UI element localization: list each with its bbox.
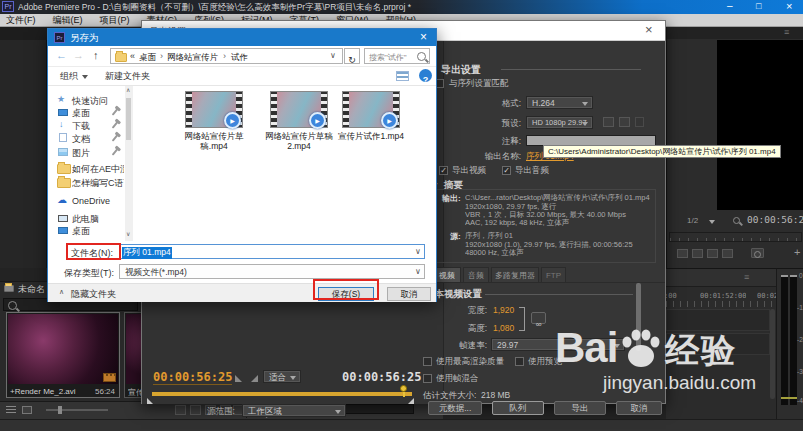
- minimize-icon[interactable]: –: [727, 0, 733, 11]
- playhead-icon[interactable]: [400, 385, 407, 392]
- sidebar-item-onedrive[interactable]: OneDrive: [72, 196, 110, 206]
- zoom-slider[interactable]: [46, 409, 108, 411]
- filename-selected-text: 序列 01.mp4: [122, 247, 172, 259]
- import-preset-icon[interactable]: [619, 117, 630, 127]
- forward-icon[interactable]: →: [73, 49, 84, 61]
- breadcrumb-current[interactable]: 试作: [231, 52, 248, 64]
- filename-input[interactable]: 序列 01.mp4 ∨: [119, 244, 425, 259]
- breadcrumb-folder[interactable]: 网络站宣传片: [167, 52, 218, 64]
- sidebar-item-documents[interactable]: 文档: [72, 133, 90, 146]
- file-name[interactable]: 网络站宣传片草稿2.mp4: [264, 131, 334, 151]
- back-icon[interactable]: ←: [56, 49, 67, 61]
- sidebar-item-desktop-2[interactable]: 桌面: [72, 225, 90, 238]
- range-start-icon[interactable]: [147, 398, 153, 404]
- search-box[interactable]: 搜索"试作": [364, 48, 430, 64]
- save-preset-icon[interactable]: [603, 117, 614, 127]
- file-thumbnail[interactable]: ▶: [185, 91, 243, 128]
- close-window-icon[interactable]: ×: [786, 0, 792, 12]
- sidebar-item-c-folder[interactable]: 怎样编写C语言程: [72, 177, 124, 190]
- export-video-checkbox[interactable]: ✓: [439, 166, 448, 175]
- sidebar-item-ae-folder[interactable]: 如何在AE中渲染: [72, 163, 124, 176]
- dialog-close-icon[interactable]: ×: [420, 30, 427, 44]
- export-audio-checkbox[interactable]: ✓: [502, 166, 511, 175]
- view-options-icon[interactable]: [396, 71, 409, 81]
- scroll-up-icon[interactable]: ∧: [126, 86, 130, 93]
- file-thumbnail[interactable]: ▶: [342, 91, 400, 128]
- link-dimensions-button[interactable]: ∞: [531, 312, 546, 324]
- menu-file[interactable]: 文件(F): [6, 14, 36, 27]
- cancel-button[interactable]: 取消: [387, 287, 431, 301]
- in-point-icon[interactable]: [235, 375, 242, 382]
- maximize-icon[interactable]: □: [756, 1, 761, 11]
- monitor-transport-icon[interactable]: [692, 249, 703, 258]
- new-folder-button[interactable]: 新建文件夹: [105, 70, 150, 83]
- frame-blend-checkbox[interactable]: [423, 374, 432, 383]
- file-name[interactable]: 宣传片试作1.mp4: [336, 131, 406, 141]
- menu-edit[interactable]: 编辑(E): [53, 14, 83, 27]
- clip-thumbnail[interactable]: +Render Me_2.avi 56:24: [6, 312, 120, 398]
- combo-arrow-icon: [582, 102, 588, 106]
- sidebar-item-pictures[interactable]: 图片: [72, 147, 90, 160]
- up-icon[interactable]: ↑: [93, 49, 99, 61]
- frame-blend-label: 使用帧混合: [436, 373, 479, 385]
- height-value[interactable]: 1,080: [493, 323, 514, 333]
- hide-folders-button[interactable]: 隐藏文件夹: [71, 288, 116, 301]
- sidebar-scrollbar[interactable]: ∧ ∨: [125, 86, 133, 241]
- timeline-menu-icon[interactable]: ≡: [744, 272, 749, 282]
- summary-source-label: 源:: [450, 231, 461, 242]
- monitor-transport-icon[interactable]: [707, 249, 718, 258]
- queue-button[interactable]: 队列: [492, 401, 544, 415]
- menu-project[interactable]: 项目(P): [100, 14, 130, 27]
- breadcrumb-desktop[interactable]: 桌面: [139, 52, 156, 64]
- find-icon[interactable]: [190, 405, 201, 415]
- help-icon[interactable]: ?: [419, 69, 432, 82]
- work-area-bar[interactable]: [152, 392, 412, 396]
- refresh-button[interactable]: ↻: [344, 48, 360, 64]
- automate-icon[interactable]: [175, 405, 186, 415]
- monitor-transport-icon[interactable]: [722, 249, 733, 258]
- preset-select[interactable]: HD 1080p 29.97: [526, 116, 593, 129]
- scroll-down-icon[interactable]: ∨: [126, 230, 130, 237]
- scrollbar-thumb[interactable]: [126, 98, 131, 140]
- width-value[interactable]: 1,920: [493, 305, 514, 315]
- timeline-ruler[interactable]: [666, 301, 776, 307]
- collapse-icon[interactable]: ∧: [59, 288, 64, 296]
- metadata-button[interactable]: 元数据...: [428, 401, 482, 415]
- file-thumbnail[interactable]: ▶: [270, 91, 328, 128]
- breadcrumb-dropdown-icon[interactable]: ∨: [330, 51, 336, 60]
- add-icon[interactable]: +: [794, 246, 800, 258]
- preview-current-timecode[interactable]: 00:00:56:25: [153, 370, 232, 385]
- icon-view-icon[interactable]: [22, 406, 32, 414]
- savetype-dropdown-icon[interactable]: ∨: [415, 267, 421, 276]
- organize-button[interactable]: 组织: [60, 70, 78, 83]
- delete-preset-icon[interactable]: [635, 117, 644, 127]
- list-view-icon[interactable]: [6, 406, 16, 414]
- monitor-transport-icon[interactable]: [677, 249, 688, 258]
- file-name[interactable]: 网络站宣传片草稿.mp4: [179, 131, 249, 151]
- tab-audio[interactable]: 音频: [463, 267, 489, 282]
- sidebar-item-downloads[interactable]: 下载: [72, 120, 90, 133]
- filename-dropdown-icon[interactable]: ∨: [415, 247, 421, 256]
- tab-video[interactable]: 视频: [433, 267, 461, 282]
- tab-multiplexer[interactable]: 多路复用器: [491, 267, 539, 282]
- savetype-select[interactable]: 视频文件(*.mp4) ∨: [119, 264, 425, 279]
- sidebar-item-desktop[interactable]: 桌面: [72, 107, 90, 120]
- monitor-zoom-icon[interactable]: [733, 217, 740, 224]
- monitor-zoom-select[interactable]: 1/2: [687, 216, 698, 225]
- use-preview-checkbox[interactable]: [515, 357, 524, 366]
- source-range-select[interactable]: 工作区域: [242, 404, 346, 417]
- monitor-ruler[interactable]: [669, 232, 802, 242]
- watermark-url: jingyan.baidu.com: [603, 372, 795, 394]
- max-quality-checkbox[interactable]: [423, 357, 432, 366]
- tab-ftp[interactable]: FTP: [541, 267, 566, 282]
- preview-fit-select[interactable]: 适合: [263, 370, 301, 383]
- width-label: 宽度:: [453, 305, 487, 317]
- camera-icon[interactable]: [751, 248, 764, 258]
- panel-menu-icon[interactable]: ≡: [784, 27, 789, 37]
- project-name[interactable]: 未命名: [18, 283, 45, 296]
- range-end-icon[interactable]: [408, 398, 414, 404]
- format-select[interactable]: H.264: [526, 96, 593, 109]
- breadcrumb[interactable]: « 桌面 › 网络站宣传片 › 试作 ∨: [110, 48, 343, 64]
- out-point-icon[interactable]: [251, 375, 258, 382]
- export-close-icon[interactable]: ×: [645, 22, 653, 37]
